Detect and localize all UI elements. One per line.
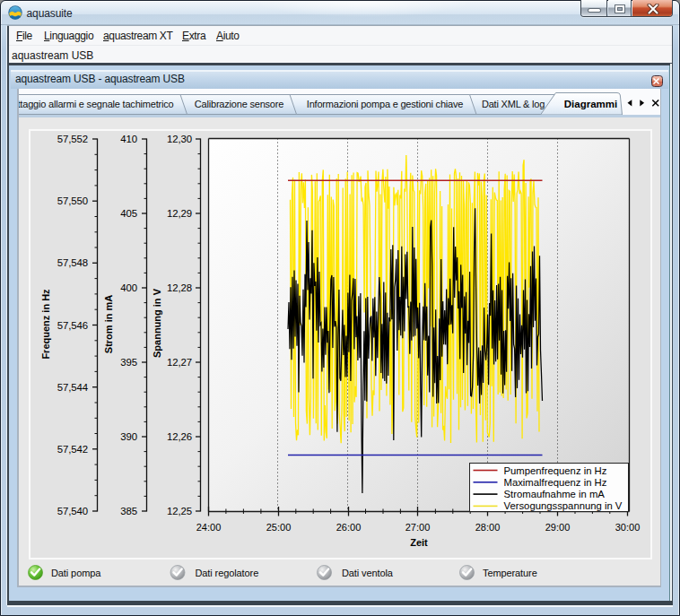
svg-text:12,30: 12,30 [166, 134, 191, 144]
svg-text:Informazioni pompa e gestioni: Informazioni pompa e gestioni chiave [306, 99, 462, 109]
svg-text:Strom in mA: Strom in mA [103, 294, 114, 352]
svg-text:12,27: 12,27 [166, 357, 191, 368]
svg-text:12,29: 12,29 [166, 208, 191, 219]
svg-text:12,26: 12,26 [166, 431, 191, 442]
svg-text:395: 395 [120, 357, 137, 368]
svg-text:57,542: 57,542 [57, 443, 87, 454]
svg-text:57,546: 57,546 [57, 319, 87, 330]
svg-text:57,548: 57,548 [57, 257, 87, 268]
svg-text:400: 400 [120, 282, 137, 293]
svg-text:29:00: 29:00 [545, 522, 570, 533]
svg-text:Dati XML & log: Dati XML & log [481, 99, 544, 109]
svg-text:Temperature: Temperature [483, 567, 537, 577]
svg-text:Maximalfrequenz in Hz: Maximalfrequenz in Hz [503, 476, 606, 487]
svg-text:57,544: 57,544 [57, 381, 87, 392]
svg-text:385: 385 [120, 506, 137, 516]
svg-text:Dati regolatore: Dati regolatore [195, 567, 258, 577]
svg-text:26:00: 26:00 [336, 522, 361, 533]
svg-text:Dati pompa: Dati pompa [51, 567, 101, 577]
svg-text:27:00: 27:00 [405, 522, 430, 533]
svg-text:410: 410 [120, 134, 137, 144]
svg-text:25:00: 25:00 [266, 522, 291, 533]
svg-text:57,550: 57,550 [57, 195, 87, 206]
svg-text:Pumpenfrequenz in Hz: Pumpenfrequenz in Hz [503, 464, 606, 475]
svg-text:Stromaufnahme in mA: Stromaufnahme in mA [503, 489, 605, 499]
svg-text:57,552: 57,552 [57, 134, 87, 144]
svg-text:12,28: 12,28 [166, 282, 191, 293]
svg-text:57,540: 57,540 [57, 506, 87, 516]
svg-text:Zeit: Zeit [410, 537, 428, 548]
svg-text:Dati ventola: Dati ventola [342, 567, 394, 577]
svg-text:30:00: 30:00 [615, 522, 640, 533]
svg-text:12,25: 12,25 [166, 506, 191, 516]
svg-text:405: 405 [120, 208, 137, 219]
svg-text:Versogungsspannung in V: Versogungsspannung in V [503, 500, 622, 511]
svg-text:ttaggio allarmi e segnale tach: ttaggio allarmi e segnale tachimetrico [19, 99, 174, 109]
svg-text:24:00: 24:00 [196, 522, 221, 533]
svg-text:390: 390 [120, 431, 137, 442]
svg-text:Frequenz in Hz: Frequenz in Hz [40, 288, 51, 359]
svg-text:28:00: 28:00 [475, 522, 500, 533]
svg-text:Diagrammi: Diagrammi [563, 99, 616, 109]
svg-text:Calibrazione sensore: Calibrazione sensore [194, 99, 283, 109]
svg-text:Spannung in V: Spannung in V [151, 288, 161, 358]
